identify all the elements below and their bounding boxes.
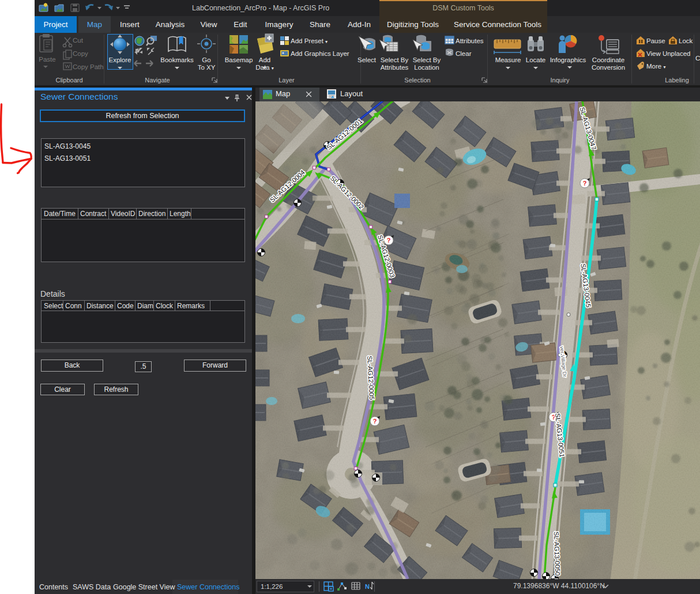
svg-text:N: N xyxy=(365,583,370,590)
svg-text:?: ? xyxy=(373,418,377,425)
svg-text:?: ? xyxy=(387,237,391,244)
svg-text:?: ? xyxy=(583,180,587,187)
